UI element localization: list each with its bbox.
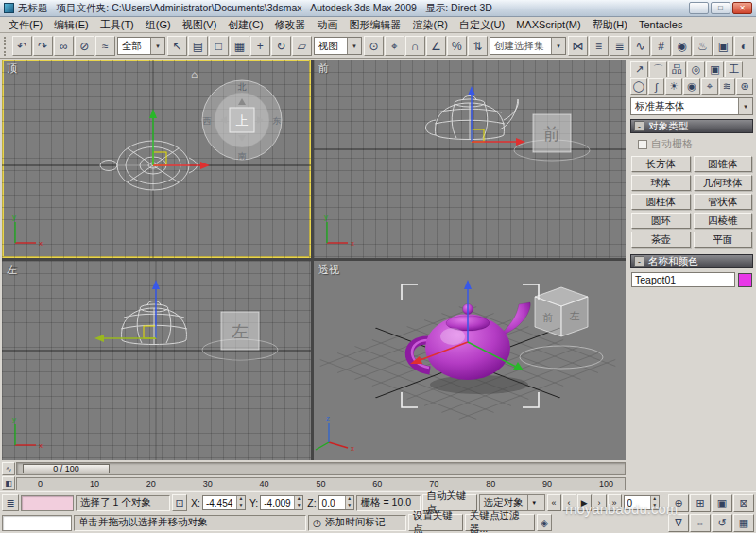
menu-item[interactable]: 图形编辑器 (344, 17, 407, 33)
spinner-snap-icon[interactable]: ⇅ (468, 36, 488, 56)
field-of-view-icon[interactable]: ∇ (668, 514, 689, 532)
tab-motion-icon[interactable]: ◎ (687, 61, 705, 77)
viewport-left[interactable]: 左 左 (2, 261, 311, 460)
go-to-end-button[interactable]: » (608, 494, 622, 511)
mirror-icon[interactable]: ⋈ (568, 36, 588, 56)
object-color-swatch[interactable] (738, 273, 752, 287)
teapot-shaded[interactable] (409, 302, 530, 380)
viewcube-ghost-front[interactable]: 前 (514, 114, 590, 161)
next-frame-button[interactable]: › (593, 494, 607, 511)
mini-curve-editor-icon[interactable]: ∿ (2, 462, 15, 475)
menu-item[interactable]: 文件(F) (3, 17, 48, 33)
percent-snap-icon[interactable]: % (447, 36, 467, 56)
close-button[interactable]: ✕ (732, 2, 752, 14)
timeline-track[interactable]: 0 / 100 (16, 462, 626, 475)
window-crossing-icon[interactable]: ▦ (230, 36, 249, 56)
x-coordinate-field[interactable]: -4.454 ▲▼ (202, 495, 246, 510)
menu-item[interactable]: 视图(V) (177, 17, 223, 33)
minimize-button[interactable]: — (689, 2, 709, 14)
box-button[interactable]: 长方体 (631, 156, 691, 172)
undo-icon[interactable]: ↶ (12, 36, 32, 56)
viewport-top-canvas[interactable]: ⌂ 北 南 西 东 上 x (2, 60, 311, 258)
tab-create-icon[interactable]: ↗ (630, 61, 648, 77)
selection-filter-dropdown[interactable]: 全部 ▼ (117, 37, 165, 55)
viewport-top[interactable]: 顶 (2, 60, 311, 258)
toolbar-grip[interactable] (4, 37, 9, 56)
move-gizmo[interactable] (94, 280, 160, 342)
zoom-extents-icon[interactable]: ▣ (712, 494, 732, 512)
tab-hierarchy-icon[interactable]: 品 (668, 61, 686, 77)
spinner[interactable]: ▲▼ (345, 496, 353, 509)
move-gizmo[interactable] (468, 86, 525, 146)
redo-icon[interactable]: ↷ (33, 36, 53, 56)
spinner[interactable]: ▲▼ (294, 496, 302, 509)
rectangular-selection-region-icon[interactable]: □ (209, 36, 229, 56)
menu-item[interactable]: 组(G) (140, 17, 177, 33)
geosphere-button[interactable]: 几何球体 (694, 175, 753, 191)
y-coordinate-field[interactable]: -4.009 ▲▼ (260, 495, 303, 510)
macro-recorder-field[interactable] (21, 495, 74, 511)
viewcube-front-face[interactable]: 前 (542, 312, 554, 323)
select-and-link-icon[interactable]: ∞ (54, 36, 74, 56)
select-and-move-icon[interactable]: + (250, 36, 270, 56)
time-slider[interactable]: 0 / 100 (23, 464, 110, 473)
menu-item[interactable]: 动画 (312, 17, 344, 33)
collapse-icon[interactable]: - (634, 256, 644, 266)
chevron-down-icon[interactable]: ▼ (150, 38, 164, 54)
compass-north-label[interactable]: 北 (238, 82, 247, 92)
select-and-manipulate-icon[interactable]: ⌖ (385, 36, 404, 56)
track-selection-icon[interactable]: ◧ (2, 476, 15, 490)
viewport-left-label[interactable]: 左 (7, 263, 17, 277)
key-filters-button[interactable]: 关键点过滤器... (465, 514, 535, 531)
zoom-all-icon[interactable]: ⊞ (690, 494, 711, 512)
chevron-down-icon[interactable]: ▼ (738, 98, 752, 114)
previous-frame-button[interactable]: ‹ (562, 494, 576, 511)
menu-item[interactable]: 创建(C) (222, 17, 268, 33)
viewport-perspective-label[interactable]: 透视 (318, 263, 339, 277)
primitive-category-dropdown[interactable]: 标准基本体 ▼ (630, 97, 753, 115)
play-button[interactable]: ▶ (577, 494, 592, 511)
align-icon[interactable]: ≡ (589, 36, 609, 56)
maxscript-mini-listener-field[interactable] (2, 515, 72, 531)
maximize-viewport-icon[interactable]: ▦ (733, 514, 754, 532)
key-mode-toggle-icon[interactable]: ◈ (537, 514, 552, 531)
torus-button[interactable]: 圆环 (631, 213, 691, 229)
current-frame-field[interactable]: 0 ▲▼ (624, 495, 660, 510)
angle-snap-icon[interactable]: ∠ (426, 36, 446, 56)
menu-item[interactable]: 自定义(U) (454, 17, 510, 33)
subtab-shapes-icon[interactable]: ∫ (648, 78, 665, 95)
arc-rotate-icon[interactable]: ↺ (712, 514, 732, 532)
collapse-icon[interactable]: - (634, 121, 644, 131)
rendered-frame-window-icon[interactable]: ▣ (713, 36, 733, 56)
subtab-cameras-icon[interactable]: ◉ (683, 78, 700, 95)
teapot-button[interactable]: 茶壶 (631, 232, 691, 248)
autogrid-checkbox[interactable] (638, 140, 647, 149)
tab-utilities-icon[interactable]: 工 (725, 61, 743, 77)
use-pivot-center-icon[interactable]: ⊙ (364, 36, 384, 56)
pyramid-button[interactable]: 四棱锥 (694, 213, 753, 229)
viewcube-compass[interactable]: 北 南 西 东 上 (202, 80, 282, 161)
maxscript-listener-icon[interactable]: ≣ (2, 494, 19, 511)
menu-item[interactable]: Tentacles (633, 18, 688, 31)
bind-to-space-warp-icon[interactable]: ≈ (95, 36, 115, 56)
subtab-space-warps-icon[interactable]: ≋ (719, 78, 736, 95)
spinner[interactable]: ▲▼ (650, 496, 659, 509)
layer-manager-icon[interactable]: ≣ (610, 36, 629, 56)
select-object-icon[interactable]: ↖ (167, 36, 187, 56)
material-editor-icon[interactable]: ◉ (672, 36, 692, 56)
viewport-perspective-canvas[interactable]: 前 左 (314, 261, 626, 460)
chevron-down-icon[interactable]: ▼ (527, 495, 541, 510)
cone-button[interactable]: 圆锥体 (694, 156, 753, 172)
menu-item[interactable]: 帮助(H) (587, 17, 633, 33)
viewport-front-canvas[interactable]: 前 (314, 60, 626, 258)
unlink-selection-icon[interactable]: ⊘ (75, 36, 94, 56)
viewport-front-label[interactable]: 前 (318, 61, 329, 76)
zoom-icon[interactable]: ⊕ (668, 494, 689, 512)
zoom-extents-all-icon[interactable]: ⊠ (733, 494, 754, 512)
spinner[interactable]: ▲▼ (236, 496, 245, 509)
object-name-input[interactable]: Teapot01 (631, 272, 735, 287)
viewcube-up-face[interactable]: 上 (236, 113, 249, 128)
select-by-name-icon[interactable]: ▤ (188, 36, 208, 56)
menu-item[interactable]: 工具(T) (94, 17, 140, 33)
menu-item[interactable]: MAXScript(M) (510, 18, 586, 31)
